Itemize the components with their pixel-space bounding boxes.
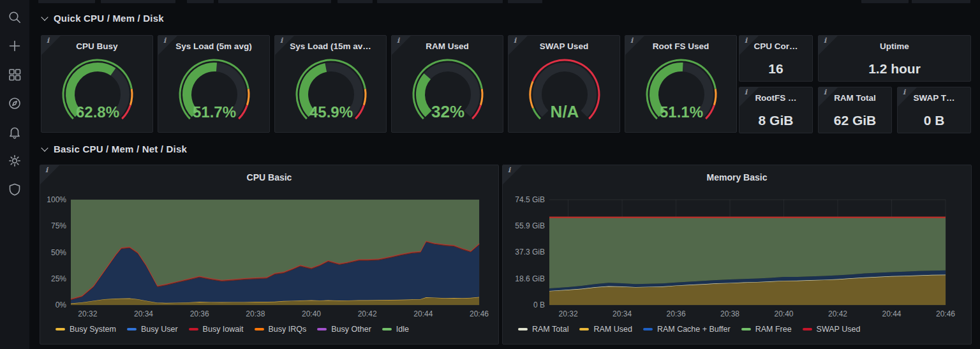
panel-bottom-sliver (377, 0, 503, 3)
x-axis-tick: 20:34 (134, 309, 153, 318)
x-axis-tick: 20:34 (612, 309, 632, 318)
legend-swatch (255, 328, 264, 330)
legend-item-busy-user[interactable]: Busy User (127, 325, 178, 334)
gauge-panel-title[interactable]: Sys Load (15m av… (284, 41, 377, 51)
panel-info-icon[interactable]: i (514, 36, 516, 45)
legend-item-ram-used[interactable]: RAM Used (579, 325, 632, 334)
panel-bottom-sliver (101, 0, 175, 3)
panel-info-icon[interactable]: i (745, 88, 747, 96)
gauge-panel-swap-used: iSWAP UsedN/A (508, 35, 620, 133)
gauge-panel-title[interactable]: RAM Used (401, 41, 494, 51)
chart-panel-title[interactable]: CPU Basic (49, 172, 489, 182)
stat-panel-title[interactable]: Uptime (828, 41, 961, 51)
legend-label: Busy IRQs (269, 325, 307, 334)
panel-bottom-sliver (338, 0, 373, 3)
y-axis-tick: 0% (56, 301, 67, 309)
stat-value: 0 B (898, 113, 970, 128)
legend-item-ram-free[interactable]: RAM Free (741, 325, 792, 334)
settings-gear-icon[interactable] (8, 154, 22, 168)
legend-label: RAM Free (755, 325, 792, 334)
chart-canvas[interactable]: 0 B18.6 GiB37.3 GiB55.9 GiB74.5 GiB20:32… (503, 165, 972, 345)
x-axis-tick: 20:32 (78, 309, 97, 318)
y-axis-tick: 25% (51, 274, 66, 283)
gauge-value: 51.7% (193, 103, 236, 121)
legend-item-busy-system[interactable]: Busy System (56, 325, 116, 334)
gauge: N/A (514, 54, 616, 129)
x-axis-tick: 20:32 (559, 309, 578, 318)
panel-bottom-sliver (912, 0, 970, 3)
chart-panel-title[interactable]: Memory Basic (512, 172, 962, 182)
panel-info-icon[interactable]: i (280, 36, 283, 45)
y-axis-tick: 37.3 GiB (515, 248, 545, 256)
legend-item-ram-cache-buffer[interactable]: RAM Cache + Buffer (643, 325, 731, 334)
y-axis-tick: 75% (51, 221, 66, 230)
y-axis-tick: 18.6 GiB (515, 274, 545, 283)
panel-info-icon[interactable]: i (824, 36, 826, 45)
chart-legend: RAM TotalRAM UsedRAM Cache + BufferRAM F… (518, 325, 966, 334)
chart-legend: Busy SystemBusy UserBusy IowaitBusy IRQs… (56, 325, 493, 334)
stat-panel-title[interactable]: RAM Total (828, 93, 882, 103)
gauge-panel-title[interactable]: CPU Busy (50, 41, 144, 51)
panel-info-icon[interactable]: i (508, 166, 510, 174)
legend-item-busy-irqs[interactable]: Busy IRQs (255, 325, 307, 334)
legend-swatch (382, 328, 392, 330)
gauge-panel-ram-used: iRAM Used32% (391, 35, 503, 133)
stat-panel-title[interactable]: SWAP T… (907, 93, 961, 103)
legend-swatch (189, 328, 198, 330)
legend-label: Busy Iowait (203, 325, 244, 334)
stat-panel-cpu-cor: iCPU Cor…16 (739, 35, 813, 82)
section-header-quick-cpu-mem-disk[interactable]: Quick CPU / Mem / Disk (42, 13, 164, 24)
x-axis-tick: 20:46 (936, 309, 955, 318)
x-axis-tick: 20:42 (358, 309, 377, 318)
gauge-panel-title[interactable]: Sys Load (5m avg) (167, 41, 260, 51)
panel-info-icon[interactable]: i (745, 36, 747, 45)
legend-item-ram-total[interactable]: RAM Total (518, 325, 568, 334)
panel-info-icon[interactable]: i (45, 166, 48, 174)
legend-swatch (579, 328, 589, 330)
section-header-basic-cpu-mem-net-disk[interactable]: Basic CPU / Mem / Net / Disk (42, 144, 187, 154)
gauge-panel-sys-load-15m-av: iSys Load (15m av…45.9% (274, 35, 387, 133)
chart-canvas[interactable]: 0%25%50%75%100%20:3220:3420:3620:3820:40… (40, 165, 499, 345)
x-axis-tick: 20:38 (246, 309, 265, 318)
search-icon[interactable] (8, 10, 22, 24)
chart-panel-cpu-basic: iCPU Basic0%25%50%75%100%20:3220:3420:36… (40, 165, 499, 345)
gauge: 51.1% (630, 54, 732, 129)
dashboards-grid-icon[interactable] (8, 68, 22, 82)
panel-bottom-sliver (508, 0, 542, 3)
gauge: 51.7% (163, 54, 265, 129)
x-axis-tick: 20:36 (667, 309, 686, 318)
alerting-bell-icon[interactable] (8, 125, 22, 139)
chart-panel-memory-basic: iMemory Basic0 B18.6 GiB37.3 GiB55.9 GiB… (502, 165, 972, 345)
x-axis-tick: 20:44 (882, 309, 901, 318)
gauge-value: 32% (431, 102, 464, 121)
admin-shield-icon[interactable] (8, 182, 22, 197)
stat-panel-title[interactable]: RootFS … (748, 93, 803, 103)
stat-panel-title[interactable]: CPU Cor… (748, 41, 803, 51)
stat-panel-rootfs: iRootFS …8 GiB (739, 87, 813, 133)
chevron-down-icon (41, 13, 48, 20)
legend-swatch (741, 328, 751, 330)
explore-compass-icon[interactable] (8, 96, 22, 110)
panel-info-icon[interactable]: i (47, 36, 49, 45)
plus-icon[interactable] (8, 39, 22, 53)
gauge: 32% (397, 54, 499, 129)
x-axis-tick: 20:40 (775, 309, 794, 318)
legend-item-busy-other[interactable]: Busy Other (317, 325, 371, 334)
legend-item-idle[interactable]: Idle (382, 325, 409, 334)
stat-panel-ram-total: iRAM Total62 GiB (818, 87, 892, 133)
legend-swatch (518, 328, 528, 330)
panel-bottom-sliver (218, 0, 331, 3)
panel-info-icon[interactable]: i (397, 36, 399, 45)
gauge-panel-title[interactable]: SWAP Used (517, 41, 611, 51)
chevron-down-icon (41, 144, 48, 151)
legend-label: Busy Other (331, 325, 371, 334)
panel-bottom-sliver (187, 0, 214, 3)
x-axis-tick: 20:42 (828, 309, 847, 318)
panel-info-icon[interactable]: i (163, 36, 166, 45)
panel-info-icon[interactable]: i (630, 36, 633, 45)
panel-info-icon[interactable]: i (903, 88, 905, 96)
legend-item-swap-used[interactable]: SWAP Used (803, 325, 861, 334)
legend-item-busy-iowait[interactable]: Busy Iowait (189, 325, 244, 334)
gauge-panel-title[interactable]: Root FS Used (634, 41, 727, 51)
panel-info-icon[interactable]: i (824, 88, 826, 96)
